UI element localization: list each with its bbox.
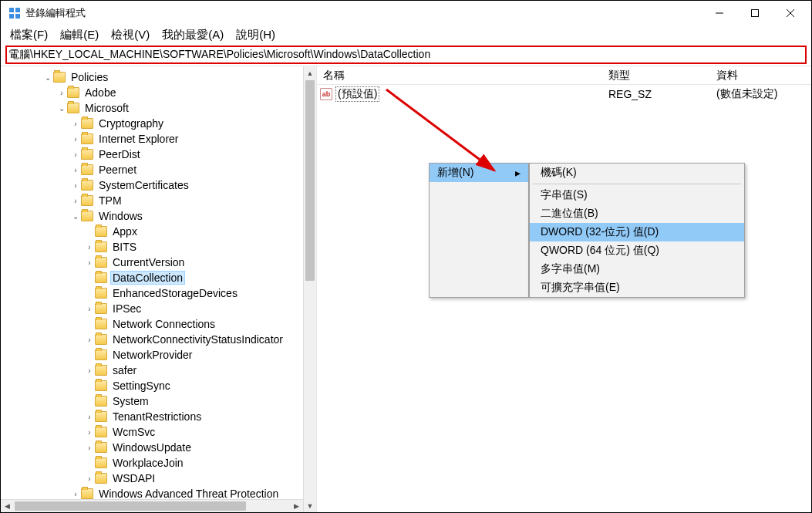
tree-horizontal-scrollbar[interactable]: ◀ ▶ bbox=[1, 499, 303, 512]
context-item[interactable]: 機碼(K) bbox=[530, 164, 744, 182]
scroll-track-h[interactable] bbox=[247, 500, 290, 512]
context-item[interactable]: DWORD (32-位元) 值(D) bbox=[530, 223, 744, 241]
context-item-new[interactable]: 新增(N) ▸ bbox=[430, 164, 528, 182]
chevron-right-icon[interactable]: › bbox=[84, 444, 95, 452]
window-title: 登錄編輯程式 bbox=[25, 6, 702, 20]
tree-item-label: PeerDist bbox=[96, 148, 143, 160]
tree-item[interactable]: ›BITS bbox=[1, 239, 316, 255]
tree-vertical-scrollbar[interactable]: ▲ ▼ bbox=[303, 66, 316, 512]
chevron-right-icon[interactable]: › bbox=[56, 89, 67, 97]
chevron-right-icon[interactable]: › bbox=[84, 243, 95, 251]
tree-item[interactable]: ›SystemCertificates bbox=[1, 177, 316, 193]
tree-item-label: WSDAPI bbox=[110, 472, 157, 484]
tree-item[interactable]: ›Peernet bbox=[1, 162, 316, 177]
tree-item[interactable]: ›WindowsUpdate bbox=[1, 440, 316, 455]
chevron-right-icon[interactable]: › bbox=[84, 258, 95, 267]
tree-item[interactable]: ›WcmSvc bbox=[1, 424, 316, 440]
folder-icon bbox=[81, 195, 93, 206]
tree-item-label: Network Connections bbox=[110, 318, 217, 330]
tree-item[interactable]: ›Internet Explorer bbox=[1, 131, 316, 147]
context-item[interactable]: 多字串值(M) bbox=[530, 260, 744, 278]
chevron-right-icon[interactable]: › bbox=[84, 336, 95, 344]
svg-rect-2 bbox=[9, 14, 14, 19]
folder-icon bbox=[81, 211, 93, 221]
tree-item[interactable]: ⌄Microsoft bbox=[1, 100, 316, 116]
registry-tree[interactable]: ⌄Policies›Adobe⌄Microsoft›Cryptography›I… bbox=[1, 66, 316, 501]
tree-item[interactable]: ›IPSec bbox=[1, 301, 316, 316]
chevron-right-icon[interactable]: › bbox=[70, 197, 81, 205]
maximize-button[interactable] bbox=[737, 2, 773, 25]
folder-icon bbox=[81, 133, 93, 144]
chevron-right-icon[interactable]: › bbox=[84, 474, 95, 483]
chevron-right-icon[interactable]: › bbox=[70, 166, 81, 174]
chevron-down-icon[interactable]: ⌄ bbox=[70, 212, 81, 221]
chevron-right-icon[interactable]: › bbox=[84, 305, 95, 313]
tree-item-label: Adobe bbox=[83, 86, 118, 99]
scroll-thumb[interactable] bbox=[305, 80, 315, 281]
tree-item[interactable]: ⌄Windows bbox=[1, 208, 316, 224]
tree-item[interactable]: Appx bbox=[1, 224, 316, 239]
chevron-right-icon[interactable]: › bbox=[84, 366, 95, 375]
folder-icon bbox=[95, 396, 107, 407]
column-name[interactable]: 名稱 bbox=[317, 66, 602, 84]
tree-item[interactable]: ›Cryptography bbox=[1, 116, 316, 131]
close-button[interactable] bbox=[773, 2, 808, 25]
scroll-thumb-h[interactable] bbox=[15, 501, 246, 511]
tree-pane: ⌄Policies›Adobe⌄Microsoft›Cryptography›I… bbox=[1, 66, 317, 512]
list-row[interactable]: ab (預設值) REG_SZ (數值未設定) bbox=[317, 86, 811, 102]
context-submenu-new: 機碼(K)字串值(S)二進位值(B)DWORD (32-位元) 值(D)QWOR… bbox=[529, 163, 745, 298]
column-type[interactable]: 類型 bbox=[602, 66, 710, 84]
context-menu: 新增(N) ▸ 機碼(K)字串值(S)二進位值(B)DWORD (32-位元) … bbox=[429, 163, 745, 298]
tree-item[interactable]: EnhancedStorageDevices bbox=[1, 285, 316, 301]
title-bar: 登錄編輯程式 bbox=[1, 1, 811, 25]
chevron-right-icon[interactable]: › bbox=[70, 181, 81, 190]
chevron-right-icon[interactable]: › bbox=[70, 490, 81, 498]
chevron-down-icon[interactable]: ⌄ bbox=[42, 73, 53, 82]
tree-item[interactable]: System bbox=[1, 393, 316, 409]
menu-item[interactable]: 說明(H) bbox=[230, 26, 281, 44]
tree-item[interactable]: ›TenantRestrictions bbox=[1, 409, 316, 424]
chevron-right-icon[interactable]: › bbox=[70, 135, 81, 143]
chevron-right-icon[interactable]: › bbox=[84, 413, 95, 421]
folder-icon bbox=[95, 241, 107, 252]
tree-item[interactable]: ›WSDAPI bbox=[1, 471, 316, 486]
chevron-right-icon[interactable]: › bbox=[70, 120, 81, 128]
menu-item[interactable]: 我的最愛(A) bbox=[156, 26, 230, 44]
menu-item[interactable]: 檢視(V) bbox=[105, 26, 156, 44]
scroll-track[interactable] bbox=[304, 282, 316, 499]
tree-item[interactable]: Network Connections bbox=[1, 316, 316, 332]
tree-item[interactable]: NetworkProvider bbox=[1, 347, 316, 363]
menu-item[interactable]: 編輯(E) bbox=[54, 26, 105, 44]
tree-item[interactable]: ›PeerDist bbox=[1, 147, 316, 162]
minimize-button[interactable] bbox=[702, 2, 737, 25]
chevron-right-icon[interactable]: › bbox=[84, 428, 95, 437]
scroll-down-icon[interactable]: ▼ bbox=[304, 499, 316, 512]
menu-bar: 檔案(F)編輯(E)檢視(V)我的最愛(A)說明(H) bbox=[1, 25, 811, 44]
column-data[interactable]: 資料 bbox=[710, 66, 811, 84]
chevron-down-icon[interactable]: ⌄ bbox=[56, 104, 67, 113]
tree-item[interactable]: DataCollection bbox=[1, 270, 316, 285]
tree-item[interactable]: ›CurrentVersion bbox=[1, 255, 316, 270]
context-item[interactable]: 字串值(S) bbox=[530, 186, 744, 204]
tree-item[interactable]: WorkplaceJoin bbox=[1, 455, 316, 471]
tree-item[interactable]: SettingSync bbox=[1, 378, 316, 393]
address-bar[interactable]: 電腦\HKEY_LOCAL_MACHINE\SOFTWARE\Policies\… bbox=[5, 46, 807, 64]
svg-rect-3 bbox=[15, 14, 20, 19]
tree-item[interactable]: ⌄Policies bbox=[1, 69, 316, 85]
tree-item[interactable]: ›Adobe bbox=[1, 85, 316, 100]
scroll-left-icon[interactable]: ◀ bbox=[1, 500, 14, 512]
menu-item[interactable]: 檔案(F) bbox=[4, 26, 54, 44]
chevron-right-icon[interactable]: › bbox=[70, 150, 81, 159]
folder-icon bbox=[95, 473, 107, 484]
folder-icon bbox=[95, 349, 107, 360]
tree-item-label: EnhancedStorageDevices bbox=[110, 287, 240, 299]
tree-item-label: Internet Explorer bbox=[96, 133, 181, 145]
scroll-up-icon[interactable]: ▲ bbox=[304, 66, 316, 79]
tree-item[interactable]: ›NetworkConnectivityStatusIndicator bbox=[1, 332, 316, 347]
context-item[interactable]: QWORD (64 位元) 值(Q) bbox=[530, 241, 744, 260]
scroll-right-icon[interactable]: ▶ bbox=[290, 500, 303, 512]
context-item[interactable]: 可擴充字串值(E) bbox=[530, 278, 744, 297]
tree-item[interactable]: ›safer bbox=[1, 363, 316, 378]
context-item[interactable]: 二進位值(B) bbox=[530, 204, 744, 223]
tree-item[interactable]: ›TPM bbox=[1, 193, 316, 208]
